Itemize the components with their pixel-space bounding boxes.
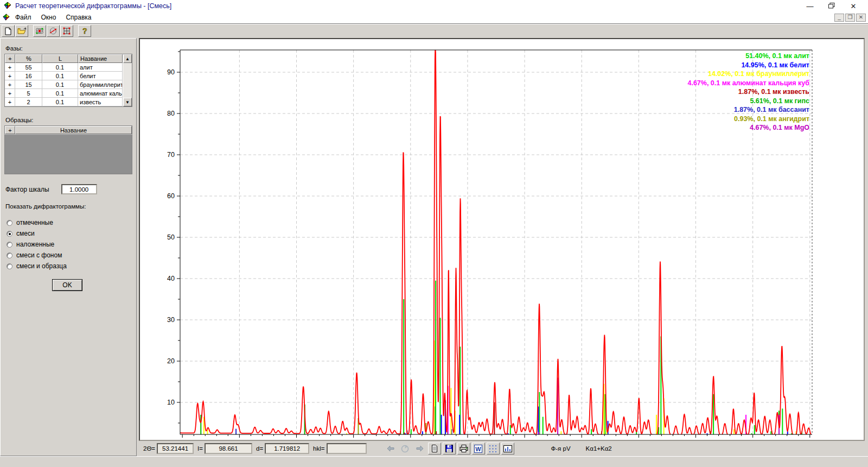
phases-cell[interactable]: 0.1 [42, 89, 78, 98]
radio-option-4[interactable]: смеси и образца [7, 261, 132, 272]
menu-file[interactable]: Файл [10, 12, 36, 22]
phases-cell[interactable]: 0.1 [42, 98, 78, 106]
svg-text:70: 70 [167, 151, 175, 159]
phases-cell[interactable]: + [5, 72, 15, 80]
scroll-down-icon[interactable]: ▼ [123, 98, 132, 106]
samples-header-name[interactable]: Название [15, 126, 132, 134]
d-spacing-value[interactable] [265, 443, 309, 454]
report-button[interactable] [428, 443, 441, 455]
show-diffractograms-label: Показать дифрактограммы: [5, 203, 132, 210]
main-toolbar: ? [0, 23, 868, 38]
cell-button[interactable] [60, 25, 73, 37]
prev-peak-button[interactable] [384, 443, 397, 455]
word-icon: W [474, 445, 482, 453]
save-floppy-icon [445, 445, 453, 452]
phases-cell[interactable]: + [5, 98, 15, 106]
phases-cell[interactable]: браунмиллерит [78, 80, 123, 89]
legend-entry: 4.67%, 0.1 мк алюминат кальция куб [687, 79, 809, 87]
title-bar: Расчет теоретической дифрактограммы - [С… [0, 0, 868, 12]
phases-header-plus[interactable]: + [5, 54, 15, 63]
structure-button[interactable] [33, 25, 46, 37]
two-theta-value[interactable] [157, 443, 194, 454]
bottom-strip [0, 456, 868, 467]
svg-text:30: 30 [407, 439, 414, 440]
svg-text:60: 60 [749, 439, 757, 440]
hkl-value[interactable] [327, 443, 367, 454]
radio-label: смеси [16, 230, 35, 237]
svg-text:?: ? [82, 27, 87, 35]
phases-cell[interactable]: 2 [15, 98, 42, 106]
mdi-restore-button[interactable]: ❐ [845, 14, 855, 22]
report-document-icon [431, 445, 438, 452]
svg-text:50: 50 [167, 234, 175, 241]
reset-view-button[interactable] [399, 443, 412, 455]
mdi-close-button[interactable]: ✕ [856, 14, 866, 22]
menu-help[interactable]: Справка [61, 12, 96, 22]
radio-button-icon[interactable] [7, 253, 12, 258]
scale-factor-input[interactable] [61, 184, 97, 194]
phases-header-name[interactable]: Название [78, 54, 123, 63]
grid-toggle-button[interactable] [487, 443, 500, 455]
orientation-button[interactable] [47, 25, 60, 37]
phases-cell[interactable]: алюминат каль [78, 89, 123, 98]
mdi-minimize-button[interactable]: _ [834, 14, 844, 22]
ok-button[interactable]: OK [52, 279, 82, 291]
phases-cell[interactable]: 0.1 [42, 72, 78, 80]
phases-table-row[interactable]: +160.1белит [5, 72, 123, 80]
legend-entry: 1.87%, 0.1 мк известь [738, 88, 809, 96]
phases-cell[interactable]: 16 [15, 72, 42, 80]
legend-entry: 4.67%, 0.1 мк MgO [750, 124, 809, 131]
menu-window[interactable]: Окно [36, 12, 61, 22]
minimize-button[interactable]: — [806, 2, 814, 10]
radio-option-3[interactable]: смеси с фоном [7, 250, 132, 261]
new-file-button[interactable] [2, 25, 15, 37]
phases-cell[interactable]: + [5, 63, 15, 72]
phases-table-row[interactable]: +150.1браунмиллерит [5, 80, 123, 89]
phases-cell[interactable]: 5 [15, 89, 42, 98]
phases-table-row[interactable]: +550.1алит [5, 63, 123, 72]
phases-cell[interactable]: алит [78, 63, 123, 72]
phases-cell[interactable]: 55 [15, 63, 42, 72]
radio-button-icon[interactable] [7, 231, 12, 237]
phases-cell[interactable]: 0.1 [42, 63, 78, 72]
radio-button-icon[interactable] [7, 263, 12, 269]
chart-view-button[interactable] [501, 443, 514, 455]
open-file-button[interactable] [15, 25, 28, 37]
scroll-track[interactable] [123, 63, 132, 98]
print-button[interactable] [457, 443, 470, 455]
phases-cell[interactable]: известь [78, 98, 123, 106]
next-peak-button[interactable] [413, 443, 426, 455]
app-icon [3, 2, 12, 10]
restore-button[interactable] [828, 2, 835, 10]
help-button[interactable]: ? [78, 25, 91, 37]
close-button[interactable]: ✕ [850, 2, 857, 10]
phases-label: Фазы: [5, 45, 132, 52]
phases-cell[interactable]: 0.1 [42, 80, 78, 89]
phase-sticks-бассанит [236, 429, 686, 437]
svg-text:40: 40 [167, 275, 175, 282]
phases-cell[interactable]: белит [78, 72, 123, 80]
radio-option-0[interactable]: отмеченные [7, 217, 132, 228]
phases-header-l[interactable]: L [42, 54, 78, 63]
gridlines [180, 50, 812, 434]
phases-cell[interactable]: + [5, 89, 15, 98]
radio-option-2[interactable]: наложенные [7, 239, 132, 250]
radio-button-icon[interactable] [7, 242, 12, 248]
radio-option-1[interactable]: смеси [7, 228, 132, 239]
word-export-button[interactable]: W [472, 443, 485, 455]
save-button[interactable] [443, 443, 456, 455]
hkl-label: hkl= [313, 445, 324, 452]
phases-table-row[interactable]: +50.1алюминат каль [5, 89, 123, 98]
phases-header-percent[interactable]: % [15, 54, 42, 63]
new-document-icon [4, 27, 12, 35]
phases-cell[interactable]: 15 [15, 80, 42, 89]
phases-cell[interactable]: + [5, 80, 15, 89]
intensity-value[interactable] [205, 443, 252, 454]
status-bar: 2Θ= I= d= hkl= [139, 441, 868, 456]
radio-button-icon[interactable] [7, 220, 12, 226]
help-icon: ? [81, 27, 88, 35]
phases-table-row[interactable]: +20.1известь [5, 98, 123, 106]
samples-header-plus[interactable]: + [5, 126, 15, 134]
samples-table-body[interactable] [4, 134, 132, 174]
scroll-up-icon[interactable]: ▲ [123, 54, 132, 63]
